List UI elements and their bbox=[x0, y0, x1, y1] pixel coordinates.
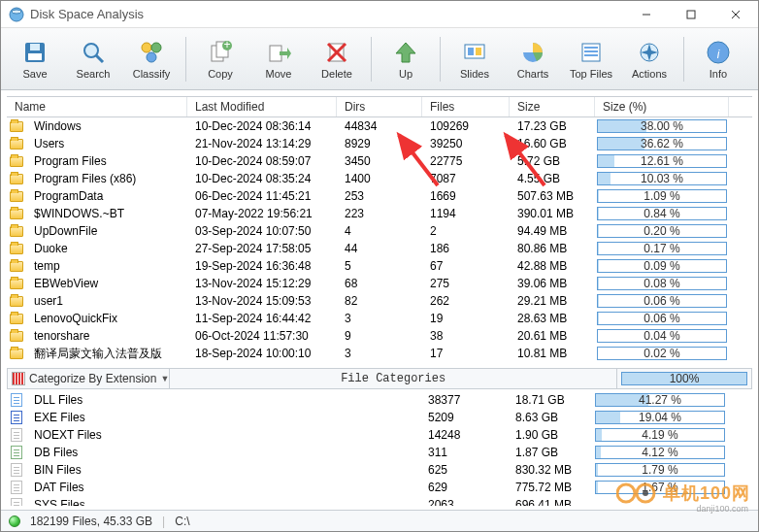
info-button[interactable]: iInfo bbox=[690, 33, 746, 85]
folder-icon bbox=[7, 191, 26, 202]
folder-name: Users bbox=[26, 137, 187, 150]
filetype-row[interactable]: DLL Files 38377 18.71 GB 41.27 % bbox=[7, 391, 752, 409]
col-name[interactable]: Name bbox=[7, 97, 187, 116]
chevron-down-icon[interactable]: ▼ bbox=[160, 374, 169, 383]
actions-button[interactable]: Actions bbox=[621, 33, 677, 85]
folder-name: Duoke bbox=[26, 242, 187, 255]
folder-row[interactable]: $WINDOWS.~BT 07-May-2022 19:56:21 223 11… bbox=[7, 205, 752, 222]
folder-row[interactable]: user1 13-Nov-2024 15:09:53 82 262 29.21 … bbox=[7, 292, 752, 310]
folder-modified: 19-Sep-2024 16:36:48 bbox=[187, 259, 337, 273]
move-button[interactable]: Move bbox=[250, 33, 307, 85]
folder-size: 16.60 GB bbox=[510, 137, 595, 150]
folder-pct: 0.08 % bbox=[595, 277, 729, 290]
minimize-button[interactable] bbox=[624, 1, 669, 28]
classify-icon bbox=[138, 39, 165, 66]
filetype-row[interactable]: DAT Files 629 775.72 MB 1.67 % bbox=[7, 479, 752, 496]
filetype-pct: 19.04 % bbox=[593, 411, 727, 424]
folder-modified: 06-Oct-2024 11:57:30 bbox=[187, 329, 337, 343]
filetype-size: 775.72 MB bbox=[508, 481, 593, 494]
folder-row[interactable]: Duoke 27-Sep-2024 17:58:05 44 186 80.86 … bbox=[7, 240, 752, 257]
classify-button[interactable]: Classify bbox=[123, 33, 180, 85]
filetype-size: 18.71 GB bbox=[508, 393, 593, 407]
folder-pct: 0.02 % bbox=[595, 347, 729, 360]
charts-icon bbox=[519, 39, 546, 66]
folder-row[interactable]: LenovoQuickFix 11-Sep-2024 16:44:42 3 19… bbox=[7, 310, 752, 327]
delete-icon bbox=[323, 39, 350, 66]
folder-row[interactable]: Program Files 10-Dec-2024 08:59:07 3450 … bbox=[7, 152, 752, 170]
col-files[interactable]: Files bbox=[422, 97, 510, 116]
topfiles-button[interactable]: Top Files bbox=[563, 33, 619, 85]
col-last-modified[interactable]: Last Modified bbox=[187, 97, 337, 116]
move-icon bbox=[265, 39, 292, 66]
folder-row[interactable]: temp 19-Sep-2024 16:36:48 5 67 42.88 MB … bbox=[7, 257, 752, 275]
delete-button[interactable]: Delete bbox=[309, 33, 365, 85]
tool-label: Actions bbox=[632, 68, 667, 80]
svg-point-1 bbox=[12, 10, 21, 14]
folder-pct: 38.00 % bbox=[595, 119, 729, 133]
folder-size: 5.72 GB bbox=[510, 154, 595, 168]
folder-pct: 0.84 % bbox=[595, 207, 729, 220]
save-button[interactable]: Save bbox=[7, 33, 63, 85]
tool-label: Slides bbox=[460, 68, 489, 80]
folder-row[interactable]: 翻译局蒙文输入法普及版 18-Sep-2024 10:00:10 3 17 10… bbox=[7, 345, 752, 362]
folder-pct: 0.20 % bbox=[595, 224, 729, 238]
folder-dirs: 82 bbox=[337, 294, 422, 308]
tool-label: Top Files bbox=[570, 68, 612, 80]
folder-row[interactable]: Users 21-Nov-2024 13:14:29 8929 39250 16… bbox=[7, 135, 752, 152]
folder-icon bbox=[7, 261, 26, 272]
maximize-button[interactable] bbox=[669, 1, 713, 28]
folder-pct: 36.62 % bbox=[595, 137, 729, 150]
folder-row[interactable]: EBWebView 13-Nov-2024 15:12:29 68 275 39… bbox=[7, 275, 752, 292]
folder-size: 20.61 MB bbox=[510, 329, 595, 343]
filetype-row[interactable]: DB Files 311 1.87 GB 4.12 % bbox=[7, 444, 752, 461]
category-strip: Categorize By Extension ▼ File Categorie… bbox=[7, 368, 752, 389]
up-button[interactable]: Up bbox=[378, 33, 434, 85]
folder-files: 1194 bbox=[422, 207, 510, 220]
filetypes-grid[interactable]: DLL Files 38377 18.71 GB 41.27 % EXE Fil… bbox=[7, 391, 752, 506]
search-button[interactable]: Search bbox=[65, 33, 121, 85]
folder-pct: 12.61 % bbox=[595, 154, 729, 168]
filetype-row[interactable]: NOEXT Files 14248 1.90 GB 4.19 % bbox=[7, 426, 752, 444]
filetype-files: 38377 bbox=[420, 393, 508, 407]
file-icon bbox=[7, 463, 26, 477]
folder-row[interactable]: tenorshare 06-Oct-2024 11:57:30 9 38 20.… bbox=[7, 327, 752, 345]
folder-size: 390.01 MB bbox=[510, 207, 595, 220]
categorize-toggle[interactable]: Categorize By Extension bbox=[29, 372, 156, 385]
filetype-row[interactable]: SYS Files 2063 696.41 MB bbox=[7, 496, 752, 506]
filetype-pct: 41.27 % bbox=[593, 393, 727, 407]
folder-row[interactable]: ProgramData 06-Dec-2024 11:45:21 253 166… bbox=[7, 187, 752, 205]
folder-files: 275 bbox=[422, 277, 510, 290]
charts-button[interactable]: Charts bbox=[505, 33, 561, 85]
folder-dirs: 223 bbox=[337, 207, 422, 220]
col-size-pct[interactable]: Size (%) bbox=[595, 97, 729, 116]
info-icon: i bbox=[705, 39, 732, 66]
folder-pct: 0.09 % bbox=[595, 259, 729, 273]
col-dirs[interactable]: Dirs bbox=[337, 97, 422, 116]
copy-button[interactable]: +Copy bbox=[192, 33, 248, 85]
folder-grid[interactable]: Windows 10-Dec-2024 08:36:14 44834 10926… bbox=[7, 117, 752, 362]
folder-dirs: 3 bbox=[337, 312, 422, 325]
filetype-name: EXE Files bbox=[26, 411, 420, 424]
folder-files: 67 bbox=[422, 259, 510, 273]
col-size[interactable]: Size bbox=[510, 97, 595, 116]
close-button[interactable] bbox=[713, 1, 758, 28]
filetype-row[interactable]: BIN Files 625 830.32 MB 1.79 % bbox=[7, 461, 752, 479]
folder-icon bbox=[7, 244, 26, 254]
folder-files: 19 bbox=[422, 312, 510, 325]
folder-pct: 0.06 % bbox=[595, 312, 729, 325]
slides-button[interactable]: Slides bbox=[446, 33, 503, 85]
folder-name: Program Files (x86) bbox=[26, 172, 187, 185]
folder-name: user1 bbox=[26, 294, 187, 308]
category-color-swatch bbox=[12, 372, 25, 385]
folder-dirs: 8929 bbox=[337, 137, 422, 150]
filetype-name: BIN Files bbox=[26, 463, 420, 477]
folder-row[interactable]: UpDownFile 03-Sep-2024 10:07:50 4 2 94.4… bbox=[7, 222, 752, 240]
folder-row[interactable]: Windows 10-Dec-2024 08:36:14 44834 10926… bbox=[7, 117, 752, 135]
file-icon bbox=[7, 498, 26, 506]
file-icon bbox=[7, 481, 26, 494]
folder-icon bbox=[7, 121, 26, 132]
filetype-row[interactable]: EXE Files 5209 8.63 GB 19.04 % bbox=[7, 409, 752, 426]
folder-pct: 10.03 % bbox=[595, 172, 729, 185]
folder-row[interactable]: Program Files (x86) 10-Dec-2024 08:35:24… bbox=[7, 170, 752, 187]
tool-label: Delete bbox=[321, 68, 352, 80]
